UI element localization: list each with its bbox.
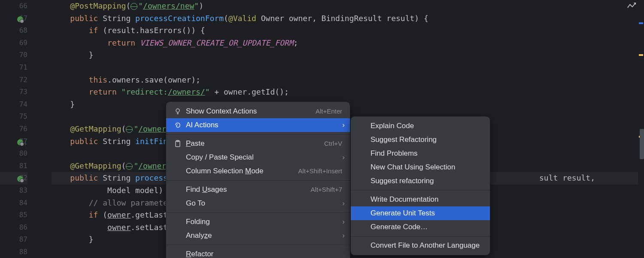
menu-item[interactable]: Column Selection ModeAlt+Shift+Insert — [166, 164, 350, 178]
menu-item-label: Generate Unit Tests — [371, 206, 482, 220]
context-menu[interactable]: Show Context ActionsAlt+EnterAI Actions›… — [166, 101, 350, 258]
menu-item-label: Go To — [186, 197, 342, 210]
menu-item-label: New Chat Using Selection — [371, 160, 482, 174]
menu-separator — [351, 236, 490, 236]
line-number: 82 — [0, 172, 27, 184]
menu-item[interactable]: Find Problems — [351, 147, 490, 160]
menu-item-label: Suggest Refactoring — [371, 133, 482, 147]
line-number: 83 — [0, 184, 27, 197]
scrollbar[interactable] — [638, 0, 644, 258]
submenu-arrow-icon: › — [342, 150, 345, 164]
menu-shortcut: Alt+Shift+7 — [311, 183, 342, 197]
line-number: 70 — [0, 49, 27, 61]
line-number: 68 — [0, 25, 27, 37]
menu-item-label: Explain Code — [371, 119, 482, 133]
line-number: 72 — [0, 74, 27, 86]
line-number: 75 — [0, 111, 27, 123]
line-number: 71 — [0, 61, 27, 74]
line-number: 86 — [0, 221, 27, 234]
menu-item-label: Refactor — [186, 247, 342, 258]
menu-item[interactable]: New Chat Using Selection — [351, 160, 490, 174]
run-badge-icon[interactable] — [16, 15, 24, 23]
menu-item[interactable]: Suggest Refactoring — [351, 133, 490, 147]
menu-item[interactable]: Write Documentation — [351, 193, 490, 206]
code-line[interactable]: } — [52, 49, 644, 61]
menu-item-label: Column Selection Mode — [186, 164, 294, 178]
line-number: 81 — [0, 160, 27, 172]
menu-item-label: Write Documentation — [371, 193, 482, 206]
submenu-arrow-icon: › — [342, 197, 345, 210]
menu-item[interactable]: Folding› — [166, 215, 350, 229]
code-line[interactable]: return "redirect:/owners/" + owner.getId… — [52, 86, 644, 98]
menu-item[interactable]: Find UsagesAlt+Shift+7 — [166, 183, 350, 197]
menu-item[interactable]: PasteCtrl+V — [166, 137, 350, 150]
swirl-icon — [174, 121, 182, 129]
line-number: 80 — [0, 147, 27, 160]
run-badge-icon[interactable] — [16, 138, 24, 146]
line-number: 85 — [0, 209, 27, 221]
line-number: 84 — [0, 197, 27, 209]
svg-point-2 — [20, 19, 24, 23]
menu-item[interactable]: Explain Code — [351, 119, 490, 133]
svg-point-8 — [20, 179, 24, 182]
code-line[interactable]: return VIEWS_OWNER_CREATE_OR_UPDATE_FORM… — [52, 37, 644, 49]
svg-point-9 — [176, 109, 179, 112]
run-badge-icon[interactable] — [16, 175, 24, 182]
code-line[interactable] — [52, 61, 644, 74]
menu-item[interactable]: Go To› — [166, 197, 350, 210]
menu-item-label: Generate Code… — [371, 220, 482, 234]
menu-item-label: Find Usages — [186, 183, 307, 197]
graph-icon[interactable] — [627, 2, 636, 9]
scrollbar-mark[interactable] — [639, 22, 643, 24]
menu-separator — [166, 134, 350, 135]
menu-shortcut: Ctrl+V — [324, 137, 342, 150]
menu-item[interactable]: Analyze› — [166, 229, 350, 243]
line-number: 69 — [0, 37, 27, 49]
scrollbar-thumb[interactable] — [640, 129, 644, 159]
submenu-arrow-icon: › — [342, 118, 345, 132]
line-number: 67 — [0, 12, 27, 25]
scrollbar-mark[interactable] — [639, 54, 643, 56]
code-line[interactable]: this.owners.save(owner); — [52, 74, 644, 86]
menu-item[interactable]: Refactor — [166, 247, 350, 258]
menu-separator — [351, 190, 490, 190]
line-number: 74 — [0, 98, 27, 111]
menu-separator — [166, 180, 350, 181]
menu-item-label: Copy / Paste Special — [186, 150, 342, 164]
menu-item[interactable]: Convert File to Another Language — [351, 239, 490, 252]
submenu-arrow-icon: › — [342, 229, 345, 243]
menu-item-label: Folding — [186, 215, 342, 229]
paste-icon — [174, 140, 182, 147]
menu-shortcut: Alt+Enter — [316, 104, 342, 118]
menu-shortcut: Alt+Shift+Insert — [298, 164, 342, 178]
line-number: 66 — [0, 0, 27, 12]
menu-item[interactable]: Copy / Paste Special› — [166, 150, 350, 164]
menu-item-label: Show Context Actions — [186, 104, 311, 118]
menu-item-label: Find Problems — [371, 147, 482, 160]
submenu-arrow-icon: › — [342, 215, 345, 229]
line-number: 77› — [0, 135, 27, 148]
menu-item[interactable]: AI Actions› — [166, 118, 350, 132]
line-number: 76 — [0, 123, 27, 135]
menu-item[interactable]: Show Context ActionsAlt+Enter — [166, 104, 350, 118]
menu-separator — [166, 212, 350, 213]
line-number: 88 — [0, 246, 27, 258]
menu-separator — [166, 245, 350, 245]
menu-item-label: Convert File to Another Language — [371, 239, 482, 252]
line-number: 87 — [0, 233, 27, 246]
ai-actions-submenu[interactable]: Explain CodeSuggest RefactoringFind Prob… — [350, 116, 490, 255]
menu-item-label: Suggest refactoring — [371, 174, 482, 188]
svg-point-5 — [20, 142, 24, 146]
menu-item[interactable]: Suggest refactoring — [351, 174, 490, 188]
menu-item-label: AI Actions — [186, 118, 342, 132]
code-line[interactable]: public String processCreationForm(@Valid… — [52, 12, 644, 25]
line-gutter: 666768697071727374757677›808182838485868… — [0, 0, 31, 258]
menu-item[interactable]: Generate Code… — [351, 220, 490, 234]
bulb-icon — [174, 108, 182, 115]
menu-item[interactable]: Generate Unit Tests — [351, 206, 490, 220]
code-line[interactable]: @PostMapping("/owners/new") — [52, 0, 644, 12]
menu-item-label: Paste — [186, 137, 320, 150]
menu-item-label: Analyze — [186, 229, 342, 243]
line-number: 73 — [0, 86, 27, 98]
code-line[interactable]: if (result.hasErrors()) { — [52, 25, 644, 37]
